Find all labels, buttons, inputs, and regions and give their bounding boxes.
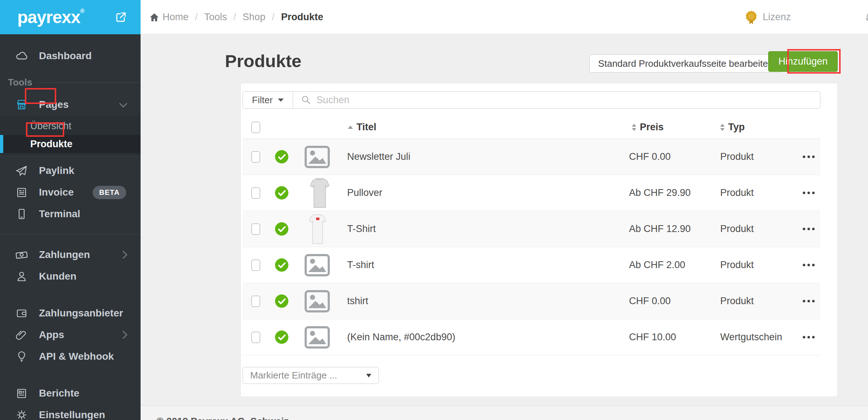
sidebar-item-label: Kunden — [39, 271, 76, 282]
sidebar-item-berichte[interactable]: Berichte — [0, 382, 141, 404]
sidebar-item-label: Terminal — [39, 208, 80, 220]
caret-down-icon — [278, 99, 284, 102]
chevron-right-icon — [119, 331, 128, 339]
topbar: Home / Tools / Shop / Produkte Lizenz ä — [141, 0, 868, 34]
sidebar-divider — [0, 234, 141, 235]
row-actions-menu[interactable] — [803, 152, 815, 162]
product-title: Pullover — [344, 187, 628, 198]
sidebar-item-einstellungen[interactable]: Einstellungen — [0, 404, 141, 420]
sidebar-item-label: Berichte — [39, 388, 79, 399]
row-actions-menu[interactable] — [803, 296, 815, 306]
sort-both-icon — [632, 124, 636, 131]
status-active-icon — [275, 258, 288, 272]
product-title: (Kein Name, #00c2db90) — [344, 332, 628, 343]
product-price: Ab CHF 12.90 — [628, 223, 716, 235]
status-active-icon — [275, 150, 288, 163]
sidebar-item-invoice[interactable]: Invoice BETA — [0, 181, 141, 203]
product-price: Ab CHF 2.00 — [628, 259, 716, 271]
status-active-icon — [275, 186, 288, 200]
search-input[interactable] — [316, 95, 812, 106]
row-actions-menu[interactable] — [803, 332, 815, 342]
license-menu-item[interactable]: Lizenz — [745, 0, 791, 34]
bulk-action-select[interactable]: Markierte Einträge ... — [243, 367, 379, 384]
table-body: Newsletter Juli CHF 0.00 Produkt — [243, 139, 820, 355]
sidebar-item-label: Apps — [39, 329, 64, 341]
row-actions-menu[interactable] — [803, 260, 815, 270]
trademark-symbol: ® — [80, 8, 84, 14]
pullover-photo — [305, 176, 335, 210]
row-checkbox[interactable] — [251, 259, 260, 271]
sidebar-item-zahlungsanbieter[interactable]: Zahlungsanbieter — [0, 302, 141, 324]
product-price: CHF 0.00 — [628, 296, 716, 307]
product-thumbnail — [300, 176, 344, 210]
paperclip-icon — [14, 329, 29, 341]
gear-icon — [14, 409, 29, 420]
product-type: Produkt — [716, 296, 797, 307]
sort-asc-icon — [348, 126, 353, 129]
license-label: Lizenz — [763, 12, 791, 23]
sidebar-item-paylink[interactable]: Paylink — [0, 160, 141, 181]
row-checkbox[interactable] — [251, 187, 260, 199]
beta-badge: BETA — [93, 186, 126, 199]
sidebar-item-api-webhook[interactable]: API & Webhook — [0, 346, 141, 367]
pages-submenu: Übersicht Produkte — [0, 115, 141, 156]
breadcrumb-tools[interactable]: Tools — [204, 12, 227, 23]
product-thumbnail — [300, 326, 344, 349]
license-rosette-icon — [745, 10, 757, 25]
sidebar-item-label: Paylink — [39, 165, 74, 176]
page-footer: © 2018 Payrexx AG, Schweiz — [141, 406, 868, 420]
table-row: Pullover Ab CHF 29.90 Produkt — [243, 175, 820, 211]
user-icon — [14, 270, 29, 283]
sidebar-item-label: Zahlungen — [39, 249, 90, 261]
copyright-text: © 2018 Payrexx AG, Schweiz — [156, 416, 289, 420]
tshirt-photo — [305, 213, 331, 246]
table-row: T-shirt Ab CHF 2.00 Produkt — [243, 247, 820, 283]
edit-default-sales-page-button[interactable]: Standard Produktverkaufsseite bearbeiten — [589, 54, 782, 73]
sidebar-item-label: Pages — [39, 99, 69, 110]
image-placeholder-icon — [305, 146, 330, 168]
table-row: tshirt CHF 0.00 Produkt — [243, 283, 820, 319]
breadcrumb-separator: / — [272, 12, 275, 23]
sidebar-item-label: Einstellungen — [39, 409, 105, 420]
product-thumbnail — [300, 290, 344, 312]
table-row: T-Shirt Ab CHF 12.90 Produkt — [243, 211, 820, 247]
sidebar-nav: Dashboard Tools Pages Übersicht Pro — [0, 34, 141, 420]
mobile-device-icon — [14, 208, 29, 220]
sidebar-item-label: Zahlungsanbieter — [39, 307, 123, 319]
product-type: Wertgutschein — [716, 332, 797, 343]
sidebar-item-terminal[interactable]: Terminal — [0, 203, 141, 225]
filter-dropdown-button[interactable]: Filter — [243, 92, 293, 108]
search-icon — [301, 95, 311, 105]
sidebar-item-label: API & Webhook — [39, 351, 114, 362]
breadcrumb-home[interactable]: Home — [149, 12, 189, 23]
add-product-button[interactable]: Hinzufügen — [768, 51, 838, 72]
row-checkbox[interactable] — [251, 296, 260, 307]
sidebar-item-pages[interactable]: Pages — [0, 94, 141, 115]
sidebar-subitem-uebersicht[interactable]: Übersicht — [0, 117, 141, 135]
row-actions-menu[interactable] — [803, 188, 815, 198]
row-checkbox[interactable] — [251, 332, 260, 343]
bulk-action-selected-value: Markierte Einträge ... — [250, 370, 337, 381]
external-link-icon[interactable] — [115, 11, 127, 23]
column-header-titel[interactable]: Titel — [344, 122, 628, 133]
row-checkbox[interactable] — [251, 223, 260, 235]
chevron-down-icon — [119, 100, 128, 108]
sidebar-item-dashboard[interactable]: Dashboard — [0, 45, 141, 67]
sidebar-item-zahlungen[interactable]: Zahlungen — [0, 244, 141, 266]
sidebar-section-tools: Tools — [0, 77, 141, 88]
breadcrumb-shop[interactable]: Shop — [243, 12, 265, 23]
product-type: Produkt — [716, 259, 797, 271]
sidebar-item-apps[interactable]: Apps — [0, 324, 141, 346]
image-placeholder-icon — [305, 326, 330, 349]
column-header-typ[interactable]: Typ — [716, 122, 797, 133]
payrexx-logo: payrexx® — [17, 8, 84, 26]
column-header-preis[interactable]: Preis — [628, 122, 716, 133]
row-actions-menu[interactable] — [803, 224, 815, 234]
sidebar-subitem-produkte[interactable]: Produkte — [0, 135, 141, 153]
page-title: Produkte — [225, 51, 301, 71]
select-all-checkbox[interactable] — [251, 122, 260, 133]
status-active-icon — [275, 331, 288, 344]
sidebar-item-kunden[interactable]: Kunden — [0, 266, 141, 287]
row-checkbox[interactable] — [251, 151, 260, 163]
sidebar-item-label: Dashboard — [39, 50, 92, 62]
